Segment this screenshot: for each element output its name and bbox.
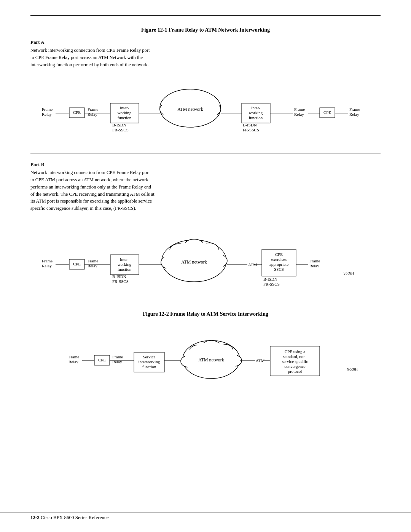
svg-point-21 — [161, 91, 219, 126]
svg-text:B-ISDN: B-ISDN — [112, 274, 126, 279]
svg-text:ATM network: ATM network — [177, 107, 203, 112]
svg-text:Relay: Relay — [88, 112, 97, 117]
svg-text:Relay: Relay — [309, 264, 319, 268]
footer-text: Cisco BPX 8600 Series Reference — [40, 514, 109, 520]
bottom-rule — [0, 513, 411, 513]
svg-text:service specific: service specific — [282, 359, 308, 364]
svg-text:CPE: CPE — [323, 110, 331, 115]
diagram-partA-svg: Frame Relay CPE Frame Relay Inter- worki… — [30, 76, 381, 144]
svg-text:Frame: Frame — [112, 355, 123, 359]
svg-text:appropriate: appropriate — [269, 262, 288, 267]
svg-point-15 — [160, 89, 221, 127]
page: Figure 12-1 Frame Relay to ATM Network I… — [0, 0, 411, 532]
svg-point-19 — [195, 94, 212, 107]
svg-text:standard, non-: standard, non- — [283, 354, 307, 359]
svg-text:B-ISDN: B-ISDN — [112, 123, 126, 127]
svg-text:Frame: Frame — [42, 259, 53, 263]
svg-text:Frame: Frame — [88, 259, 98, 263]
figure2-title: Figure 12-2 Frame Relay to ATM Service I… — [30, 311, 381, 317]
svg-text:H8225: H8225 — [344, 271, 354, 275]
svg-text:Inter-: Inter- — [120, 105, 129, 110]
svg-text:Frame: Frame — [88, 107, 98, 112]
diagram-fig2: Frame Relay CPE Frame Relay Service inte… — [30, 323, 381, 396]
svg-text:CPE: CPE — [73, 262, 81, 266]
svg-rect-3 — [69, 108, 84, 118]
svg-text:Frame: Frame — [68, 355, 79, 359]
svg-text:FR-SSCS: FR-SSCS — [112, 128, 129, 132]
svg-text:Service: Service — [143, 355, 156, 359]
svg-rect-8 — [110, 103, 139, 123]
svg-text:H8226: H8226 — [347, 367, 358, 371]
svg-text:FR-SSCS: FR-SSCS — [243, 128, 259, 132]
partA-label: Part A — [30, 39, 381, 45]
svg-text:convergence: convergence — [284, 364, 305, 369]
svg-text:exercises: exercises — [271, 257, 287, 262]
svg-text:Frame: Frame — [294, 107, 305, 112]
svg-text:Relay: Relay — [42, 264, 52, 268]
svg-rect-34 — [320, 108, 335, 118]
svg-text:working: working — [249, 110, 263, 115]
svg-text:Inter-: Inter- — [120, 257, 129, 262]
svg-text:Relay: Relay — [68, 359, 78, 364]
svg-text:ATM network: ATM network — [181, 259, 207, 265]
svg-text:Relay: Relay — [349, 112, 359, 117]
svg-text:function: function — [118, 115, 132, 120]
hr-divider-partAB — [30, 153, 381, 154]
svg-text:Frame: Frame — [309, 259, 320, 263]
svg-text:function: function — [118, 267, 132, 272]
footer-bold: 12-2 — [30, 514, 40, 520]
svg-text:CPE: CPE — [275, 252, 283, 257]
svg-text:function: function — [249, 115, 263, 120]
svg-rect-24 — [242, 103, 270, 123]
svg-text:interworking: interworking — [139, 359, 160, 364]
svg-text:Inter-: Inter- — [251, 105, 261, 110]
svg-point-16 — [160, 103, 175, 115]
svg-text:SSCS: SSCS — [274, 267, 284, 272]
svg-text:protocol: protocol — [288, 369, 302, 374]
diagram-partB: Frame Relay CPE Frame Relay Inter- worki… — [30, 220, 381, 304]
svg-text:working: working — [118, 262, 132, 267]
svg-point-18 — [181, 91, 199, 103]
figure1-title: Figure 12-1 Frame Relay to ATM Network I… — [30, 27, 381, 33]
svg-text:function: function — [142, 364, 156, 369]
partA-desc: Network interworking connection from CPE… — [30, 47, 381, 68]
svg-text:Relay: Relay — [112, 359, 122, 364]
svg-text:CPE: CPE — [98, 358, 106, 362]
partB-desc: Network interworking connection from CPE… — [30, 169, 381, 212]
footer: 12-2 Cisco BPX 8600 Series Reference — [30, 514, 108, 521]
partB-label: Part B — [30, 161, 381, 168]
svg-text:working: working — [118, 110, 132, 115]
svg-point-17 — [169, 94, 185, 107]
svg-text:Relay: Relay — [294, 112, 304, 117]
svg-text:ATM network: ATM network — [198, 357, 224, 363]
svg-text:Relay: Relay — [88, 264, 97, 268]
svg-text:Frame: Frame — [349, 107, 360, 112]
diagram-partA: Frame Relay CPE Frame Relay Inter- worki… — [30, 76, 381, 144]
svg-text:Frame: Frame — [42, 107, 53, 112]
diagram-partB-svg: Frame Relay CPE Frame Relay Inter- worki… — [30, 220, 381, 304]
svg-text:Relay: Relay — [42, 112, 52, 117]
svg-point-20 — [206, 103, 221, 115]
svg-text:CPE: CPE — [73, 110, 81, 115]
svg-text:B-ISDN: B-ISDN — [263, 277, 277, 281]
svg-text:FR-SSCS: FR-SSCS — [112, 279, 129, 284]
top-rule — [30, 15, 381, 16]
diagram-fig2-svg: Frame Relay CPE Frame Relay Service inte… — [30, 323, 381, 396]
svg-text:FR-SSCS: FR-SSCS — [263, 282, 280, 286]
svg-text:CPE using a: CPE using a — [285, 349, 306, 354]
svg-text:B-ISDN: B-ISDN — [243, 123, 257, 127]
